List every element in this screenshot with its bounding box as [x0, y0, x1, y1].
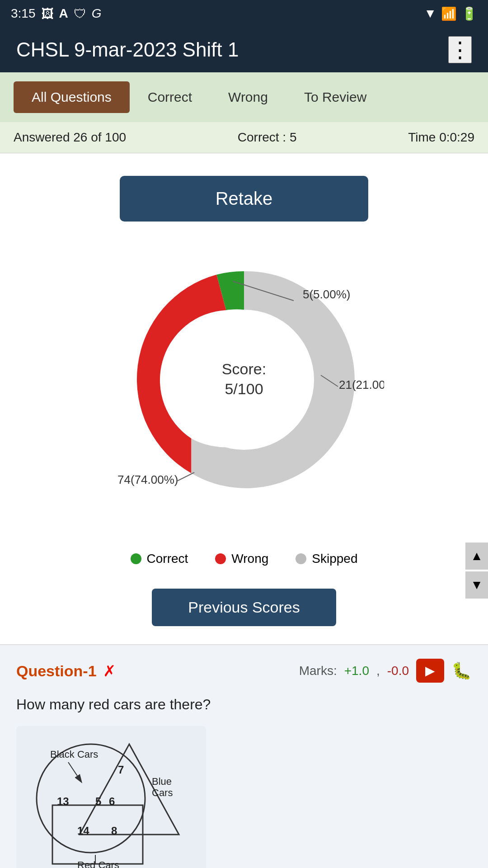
tab-all-questions[interactable]: All Questions: [14, 81, 130, 113]
tabs-container: All Questions Correct Wrong To Review: [0, 72, 488, 122]
wrong-label: Wrong: [231, 552, 268, 566]
svg-text:Red Cars: Red Cars: [77, 859, 119, 868]
correct-count: Correct : 5: [238, 130, 297, 145]
shield-icon: 🛡: [74, 6, 86, 21]
svg-text:6: 6: [109, 795, 115, 807]
question-header: Question-1 ✗ Marks: +1.0 , -0.0 ▶ 🐛: [16, 659, 472, 683]
retake-button[interactable]: Retake: [120, 176, 368, 222]
header-title: CHSL 9-mar-2023 Shift 1: [16, 38, 239, 61]
bug-icon[interactable]: 🐛: [451, 661, 472, 680]
question-title-area: Question-1 ✗: [16, 662, 116, 680]
question-text: How many red cars are there?: [16, 693, 472, 715]
svg-text:14: 14: [77, 825, 89, 837]
svg-text:21(21.00%): 21(21.00%): [339, 378, 384, 392]
question-status-icon: ✗: [103, 662, 116, 679]
svg-text:13: 13: [57, 795, 69, 807]
marks-area: Marks: +1.0 , -0.0 ▶ 🐛: [299, 659, 472, 683]
svg-text:74(74.00%): 74(74.00%): [117, 473, 178, 486]
status-time: 3:15: [11, 6, 36, 21]
venn-diagram-svg: Black Cars Blue Cars Red Cars 7 5 6 13 1…: [25, 735, 197, 868]
time-elapsed: Time 0:0:29: [408, 130, 474, 145]
svg-text:Cars: Cars: [152, 787, 173, 798]
photo-icon: 🖼: [41, 6, 54, 21]
video-button[interactable]: ▶: [416, 659, 444, 683]
marks-negative: -0.0: [387, 664, 409, 678]
scrollbar: ▲ ▼: [465, 542, 488, 599]
marks-separator: ,: [376, 664, 380, 678]
svg-text:5(5.00%): 5(5.00%): [303, 288, 351, 301]
stats-bar: Answered 26 of 100 Correct : 5 Time 0:0:…: [0, 122, 488, 153]
menu-button[interactable]: ⋮: [448, 36, 472, 63]
tab-correct[interactable]: Correct: [130, 81, 210, 113]
question-number: Question-1: [16, 662, 97, 679]
svg-text:Blue: Blue: [152, 776, 172, 787]
svg-text:5/100: 5/100: [225, 380, 263, 397]
score-chart: 5(5.00%) 21(21.00%) 74(74.00%) Score: 5/…: [104, 249, 384, 529]
previous-scores-button[interactable]: Previous Scores: [152, 589, 336, 626]
correct-label: Correct: [147, 552, 188, 566]
tab-to-review[interactable]: To Review: [286, 81, 385, 113]
status-bar: 3:15 🖼 A 🛡 G ▼ 📶 🔋: [0, 0, 488, 27]
svg-text:5: 5: [95, 795, 101, 807]
legend-correct: Correct: [131, 552, 188, 566]
marks-positive: +1.0: [344, 664, 369, 678]
legend-wrong: Wrong: [215, 552, 268, 566]
main-content: Retake 5(5.00%) 21(21.00%): [0, 153, 488, 644]
donut-chart-svg: 5(5.00%) 21(21.00%) 74(74.00%) Score: 5/…: [104, 249, 384, 511]
a-icon: A: [59, 6, 68, 21]
tab-wrong[interactable]: Wrong: [210, 81, 286, 113]
skipped-label: Skipped: [312, 552, 357, 566]
svg-text:Score:: Score:: [222, 360, 266, 377]
svg-line-6: [176, 472, 194, 481]
question-section: Question-1 ✗ Marks: +1.0 , -0.0 ▶ 🐛 How …: [0, 644, 488, 868]
status-left: 3:15 🖼 A 🛡 G: [11, 6, 102, 21]
signal-icon: 📶: [441, 6, 457, 21]
legend-skipped: Skipped: [296, 552, 357, 566]
venn-diagram-container: Black Cars Blue Cars Red Cars 7 5 6 13 1…: [16, 726, 206, 868]
marks-label: Marks:: [299, 664, 337, 678]
answered-count: Answered 26 of 100: [14, 130, 126, 145]
svg-line-16: [68, 762, 77, 776]
skipped-dot: [296, 553, 306, 564]
scroll-up-button[interactable]: ▲: [465, 542, 488, 570]
correct-dot: [131, 553, 141, 564]
scroll-down-button[interactable]: ▼: [465, 571, 488, 599]
wrong-dot: [215, 553, 226, 564]
wifi-icon: ▼: [424, 6, 436, 21]
svg-text:8: 8: [111, 825, 117, 837]
g-icon: G: [92, 6, 102, 21]
battery-icon: 🔋: [461, 6, 477, 21]
svg-point-0: [174, 310, 314, 450]
app-header: CHSL 9-mar-2023 Shift 1 ⋮: [0, 27, 488, 72]
svg-text:7: 7: [118, 764, 124, 776]
svg-text:Black Cars: Black Cars: [50, 749, 98, 760]
chart-legend: Correct Wrong Skipped: [131, 552, 358, 566]
status-right: ▼ 📶 🔋: [424, 6, 477, 21]
